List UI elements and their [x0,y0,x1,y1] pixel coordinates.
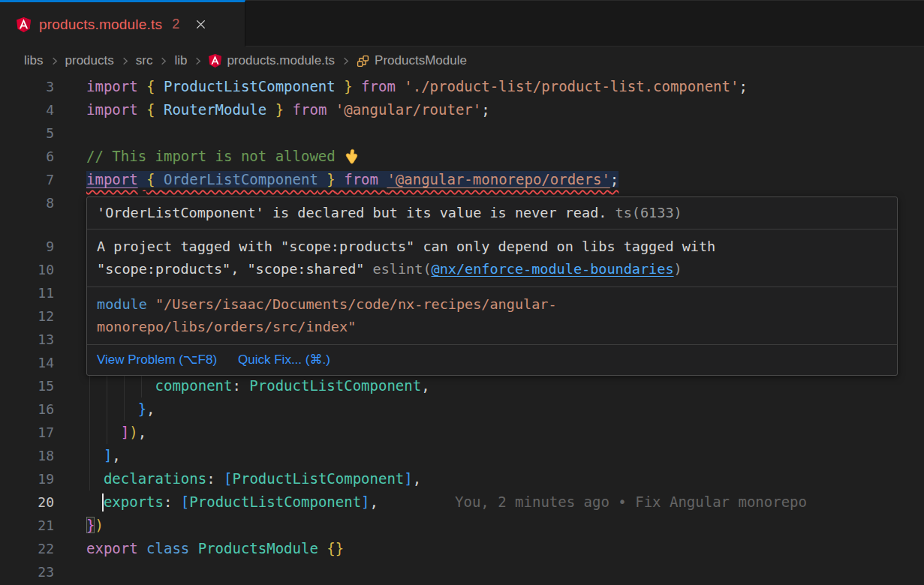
breadcrumb-item-products[interactable]: products [65,53,114,68]
code-token: ) [95,517,103,533]
code-line[interactable]: 19 declarations: [ProductListComponent], [0,467,924,490]
breadcrumb-label: src [136,53,153,68]
code-token: ; [739,78,747,94]
code-token: export [86,540,146,556]
line-number[interactable]: 7 [0,168,75,191]
code-line[interactable]: 21}) [0,514,924,537]
breadcrumb: libsproductssrclibproducts.module.tsProd… [0,46,924,75]
line-number[interactable]: 19 [0,467,75,490]
code-token: ] [104,447,112,464]
quick-fix-action[interactable]: Quick Fix... (⌘.) [238,350,330,370]
angular-file-icon [17,17,31,32]
line-number[interactable]: 3 [0,75,75,98]
breadcrumb-item-productsmodule[interactable]: ProductsModule [357,53,467,68]
breadcrumb-item-src[interactable]: src [136,53,153,68]
code-line[interactable]: 17 ]), [0,421,924,444]
line-number[interactable]: 18 [0,444,75,467]
module-path-line1: "/Users/isaac/Documents/code/nx-recipes/… [155,296,557,312]
view-problem-action[interactable]: View Problem (⌥F8) [97,350,217,370]
line-number[interactable]: 4 [0,98,75,122]
line-number[interactable]: 6 [0,145,75,168]
code-line[interactable]: 5 [0,122,924,145]
breadcrumb-item-products-module-ts[interactable]: products.module.ts [209,53,335,68]
indent-guide [107,374,107,398]
code-token: { [146,78,164,94]
line-number[interactable]: 23 [0,560,75,584]
code-line[interactable]: 7import { OrderListComponent } from '@an… [0,168,924,191]
line-number[interactable]: 5 [0,122,75,145]
ts-diagnostic-row: 'OrderListComponent' is declared but its… [87,197,897,230]
code-token [86,400,138,417]
code-token: component [155,377,233,394]
line-content [75,122,924,145]
code-token: {} [327,540,344,556]
code-token: ] [121,424,129,440]
line-number[interactable]: 21 [0,514,75,537]
code-token: ProductsModule [198,540,327,556]
code-line[interactable]: 23 [0,560,924,584]
code-line[interactable]: 20 exports: [ProductListComponent],You, … [0,490,924,514]
code-token [86,424,121,440]
line-content: exports: [ProductListComponent],You, 2 m… [75,490,924,514]
chevron-right-icon [340,56,351,67]
code-token: from [353,78,405,94]
symbol-class-icon [357,55,369,68]
breadcrumb-label: ProductsModule [375,53,467,68]
code-token: , [370,494,378,510]
breadcrumb-item-lib[interactable]: lib [174,53,187,68]
code-token: } [318,171,336,188]
text-cursor [102,494,104,512]
code-token: ) [129,424,137,440]
code-token: , [138,424,146,440]
eslint-message-line1: A project tagged with "scope:products" c… [97,236,887,258]
breadcrumb-label: products [65,53,114,68]
line-number[interactable]: 8 [0,191,75,214]
indent-guide [89,398,90,421]
line-number[interactable]: 15 [0,374,75,398]
code-line[interactable]: 18 ], [0,444,924,467]
line-number[interactable]: 16 [0,398,75,421]
code-line[interactable]: 22export class ProductsModule {} [0,537,924,560]
line-content: export class ProductsModule {} [75,537,924,560]
line-content: ]), [75,421,924,444]
line-number[interactable]: 14 [0,351,75,374]
line-number[interactable]: 9 [0,235,75,258]
code-token: RouterModule [164,101,266,118]
code-line[interactable]: 6// This import is not allowed [0,145,924,168]
indent-guide [107,398,107,421]
line-content [75,560,924,584]
code-line[interactable]: 3import { ProductListComponent } from '.… [0,75,924,98]
breadcrumb-item-libs[interactable]: libs [24,53,44,68]
line-number[interactable]: 11 [0,281,75,304]
code-line[interactable]: 15 component: ProductListComponent, [0,374,924,398]
indent-guide [89,444,90,467]
line-number[interactable]: 17 [0,421,75,444]
tab-bar-empty-area [245,0,924,46]
code-line[interactable]: 4import { RouterModule } from '@angular/… [0,98,924,122]
eslint-rule-link[interactable]: @nx/enforce-module-boundaries [432,261,674,277]
code-token [86,494,104,510]
line-number[interactable]: 12 [0,304,75,328]
tab-products-module[interactable]: products.module.ts 2 [0,0,245,46]
code-token: ProductListComponent [249,377,421,394]
code-editor: 3import { ProductListComponent } from '.… [0,75,924,584]
code-token: import [86,171,138,188]
code-token: } [336,78,353,94]
code-token: : [164,494,181,510]
line-number[interactable]: 20 [0,490,75,514]
line-number[interactable]: 13 [0,328,75,351]
close-icon[interactable] [195,19,206,30]
indent-guide [107,421,107,444]
line-number[interactable]: 22 [0,537,75,560]
code-token: [ [224,470,232,487]
code-line[interactable]: 16 }, [0,398,924,421]
tab-bar: products.module.ts 2 [0,0,924,46]
line-number[interactable]: 10 [0,258,75,281]
module-keyword: module [97,296,147,312]
code-token: ProductListComponent [164,78,336,94]
line-content: declarations: [ProductListComponent], [75,467,924,490]
module-path-line2: monorepo/libs/orders/src/index" [97,316,887,338]
tab-title: products.module.ts [39,16,162,33]
code-token [86,377,155,394]
ts-diagnostic-source: ts(6133) [615,205,682,220]
